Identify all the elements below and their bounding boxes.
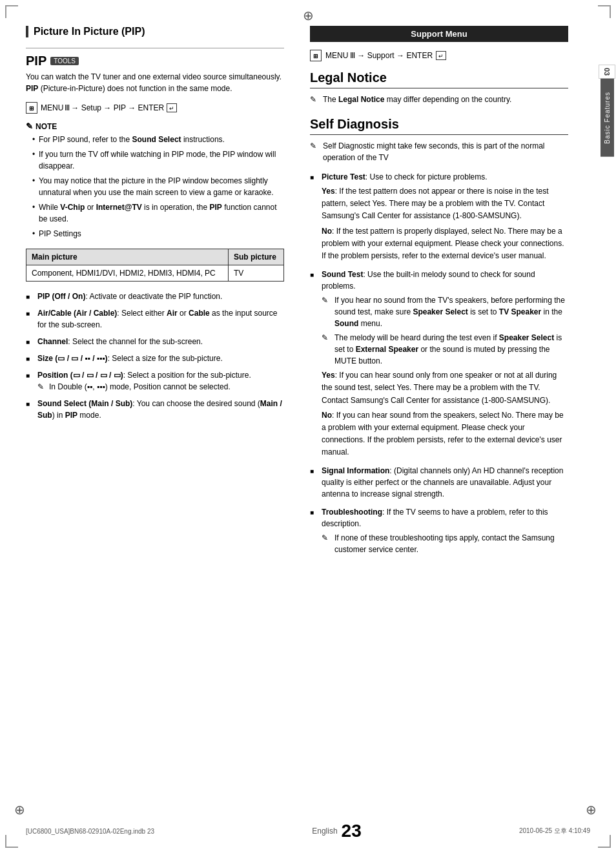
footer: [UC6800_USA]BN68-02910A-02Eng.indb 23 En…: [0, 822, 616, 840]
diag-troubleshooting: Troubleshooting: If the TV seems to have…: [310, 506, 568, 555]
note-item: If you turn the TV off while watching in…: [32, 149, 284, 172]
crosshair-top: ⊕: [303, 8, 314, 23]
enter-icon: ↵: [167, 103, 177, 112]
page-number: 23: [342, 822, 362, 840]
support-menu-path: ⊞ MENU Ⅲ → Support → ENTER ↵: [310, 50, 568, 61]
feature-air-cable: Air/Cable (Air / Cable): Select either A…: [26, 307, 284, 331]
self-diagnosis-heading: Self Diagnosis: [310, 117, 568, 135]
self-diagnosis-note: Self Diagnostic might take few seconds, …: [310, 140, 568, 163]
page: ⊕ ⊕ ⊕ 03 Basic Features Picture In Pictu…: [0, 0, 616, 853]
legal-notice-heading: Legal Notice: [310, 70, 568, 88]
diag-picture-test: Picture Test: Use to check for picture p…: [310, 171, 568, 262]
diag-sound-test: Sound Test: Use the built-in melody soun…: [310, 269, 568, 458]
left-column: Picture In Picture (PIP) PIP TOOLS You c…: [0, 19, 297, 781]
corner-mark-tl: [5, 5, 18, 18]
feature-channel: Channel: Select the channel for the sub-…: [26, 336, 284, 347]
pip-menu-m: Ⅲ: [65, 103, 70, 112]
footer-left-text: [UC6800_USA]BN68-02910A-02Eng.indb 23: [26, 828, 154, 835]
side-tab: 03 Basic Features: [598, 65, 616, 157]
sound-test-note2: The melody will be heard during the test…: [322, 332, 568, 367]
diagnostics-list: Picture Test: Use to check for picture p…: [310, 171, 568, 555]
footer-page: English 23: [312, 822, 362, 840]
support-enter-icon: ↵: [436, 51, 446, 60]
pip-title: PIP: [26, 54, 46, 68]
chapter-label: Basic Features: [601, 79, 614, 157]
note-item: You may notice that the picture in the P…: [32, 175, 284, 198]
chapter-number: 03: [599, 65, 615, 79]
diag-signal-info: Signal Information: (Digital channels on…: [310, 465, 568, 500]
pip-menu-path: ⊞ MENU Ⅲ → Setup → PIP → ENTER ↵: [26, 102, 284, 114]
table-cell-main: Component, HDMI1/DVI, HDMI2, HDMI3, HDMI…: [26, 265, 229, 282]
note-section: ✎ NOTE For PIP sound, refer to the Sound…: [26, 121, 284, 240]
table-header-sub: Sub picture: [228, 249, 283, 265]
feature-position: Position (▭ / ▭ / ▭ / ▭): Select a posit…: [26, 369, 284, 393]
pencil-icon: ✎: [26, 121, 33, 131]
feature-sound-select: Sound Select (Main / Sub): You can choos…: [26, 398, 284, 421]
troubleshooting-note: If none of these troubleshooting tips ap…: [322, 532, 568, 555]
crosshair-bottom-right: ⊕: [586, 802, 597, 817]
support-menu-box: Support Menu: [310, 26, 568, 42]
position-note: In Double (▪▪, ▪▪▪) mode, Position canno…: [37, 381, 284, 393]
crosshair-bottom-left: ⊕: [14, 802, 25, 817]
section-divider: [26, 48, 284, 48]
picture-test-yes: Yes: If the test pattern does not appear…: [322, 185, 568, 223]
note-label: ✎ NOTE: [26, 121, 284, 131]
section-title: Picture In Picture (PIP): [34, 26, 284, 37]
table-header-main: Main picture: [26, 249, 229, 265]
section-title-bar: Picture In Picture (PIP): [26, 26, 284, 37]
note-item: For PIP sound, refer to the Sound Select…: [32, 134, 284, 145]
corner-mark-tr: [598, 5, 611, 18]
support-menu-title: Support Menu: [411, 29, 467, 39]
pip-menu-text: MENU: [41, 103, 63, 112]
main-content: Picture In Picture (PIP) PIP TOOLS You c…: [0, 0, 616, 807]
footer-right-text: 2010-06-25 오후 4:10:49: [519, 827, 590, 836]
note-item: While V-Chip or Internet@TV is in operat…: [32, 201, 284, 225]
sound-test-no: No: If you can hear sound from the speak…: [322, 409, 568, 459]
table-cell-sub: TV: [228, 265, 283, 282]
pip-description: You can watch the TV tuner and one exter…: [26, 71, 284, 94]
sound-test-note1: If you hear no sound from the TV's speak…: [322, 294, 568, 329]
menu-icon: ⊞: [26, 102, 37, 114]
feature-list: PIP (Off / On): Activate or deactivate t…: [26, 291, 284, 421]
support-menu-icon: ⊞: [310, 50, 322, 61]
table-row: Component, HDMI1/DVI, HDMI2, HDMI3, HDMI…: [26, 265, 284, 282]
right-column: Support Menu ⊞ MENU Ⅲ → Support → ENTER …: [297, 19, 594, 781]
legal-notice-text: The Legal Notice may differ depending on…: [310, 94, 568, 105]
english-label: English: [312, 827, 337, 836]
note-item: PIP Settings: [32, 228, 284, 240]
feature-size: Size (▭ / ▭ / ▪▪ / ▪▪▪): Select a size f…: [26, 353, 284, 364]
pip-heading: PIP TOOLS: [26, 54, 284, 68]
tools-badge: TOOLS: [50, 57, 79, 65]
picture-test-no: No: If the test pattern is properly disp…: [322, 225, 568, 263]
sound-test-yes: Yes: If you can hear sound only from one…: [322, 369, 568, 407]
pip-settings-table: Main picture Sub picture Component, HDMI…: [26, 249, 284, 282]
feature-pip-onoff: PIP (Off / On): Activate or deactivate t…: [26, 291, 284, 302]
note-list: For PIP sound, refer to the Sound Select…: [26, 134, 284, 240]
